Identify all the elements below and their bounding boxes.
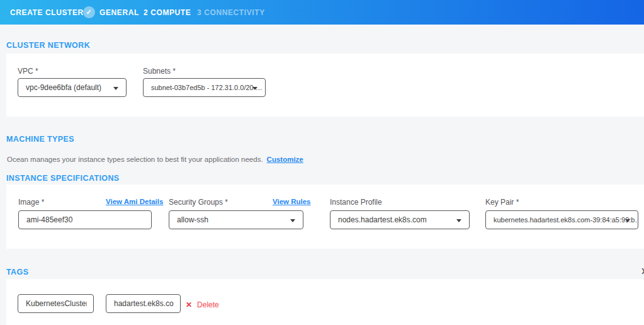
step-completed-check-icon: ✓ <box>83 6 95 18</box>
delete-x-icon: ✕ <box>186 300 192 309</box>
cluster-network-heading: CLUSTER NETWORK <box>6 41 90 50</box>
key-pair-select-value: kubernetes.hadartest.ek8s.com-39:84:a5:9… <box>494 216 638 224</box>
chevron-down-icon <box>252 87 257 90</box>
tag-key-input[interactable] <box>18 294 94 313</box>
instance-profile-select-value: nodes.hadartest.ek8s.com <box>338 215 427 224</box>
machine-types-heading: MACHINE TYPES <box>6 135 74 144</box>
tags-card <box>6 279 644 325</box>
tag-delete-button[interactable]: ✕ Delete <box>186 300 219 309</box>
view-rules-link[interactable]: View Rules <box>273 198 311 205</box>
image-input[interactable] <box>18 210 152 229</box>
view-ami-details-link[interactable]: View Ami Details <box>106 198 163 205</box>
tab-connectivity-label: 3 CONNECTIVITY <box>197 8 265 17</box>
vpc-select[interactable]: vpc-9dee6bfa (default) <box>18 78 127 97</box>
subnets-select-value: subnet-03b7ed5b - 172.31.0.0/20 … <box>151 84 263 91</box>
customize-link[interactable]: Customize <box>267 156 303 163</box>
section-collapse-chevron-icon[interactable]: ❯ <box>641 268 644 274</box>
tags-heading: TAGS <box>6 268 28 277</box>
image-label: Image * <box>18 198 44 207</box>
tag-delete-label: Delete <box>197 300 219 309</box>
key-pair-label: Key Pair * <box>485 198 519 207</box>
tab-compute-label: 2 COMPUTE <box>144 8 191 17</box>
subnets-label: Subnets * <box>143 67 176 76</box>
security-groups-select[interactable]: allow-ssh <box>169 210 303 229</box>
chevron-down-icon <box>113 87 118 90</box>
chevron-down-icon <box>625 219 630 222</box>
chevron-down-icon <box>456 219 461 222</box>
wizard-title: CREATE CLUSTER <box>10 0 84 25</box>
tab-compute[interactable]: 2 COMPUTE <box>144 0 191 25</box>
instance-profile-label: Instance Profile <box>330 198 382 207</box>
chevron-down-icon <box>290 219 295 222</box>
key-pair-select[interactable]: kubernetes.hadartest.ek8s.com-39:84:a5:9… <box>485 210 638 229</box>
security-groups-label: Security Groups * <box>169 198 228 207</box>
subnets-select[interactable]: subnet-03b7ed5b - 172.31.0.0/20 … <box>143 78 266 97</box>
machine-types-description: Ocean manages your instance types select… <box>7 156 303 163</box>
security-groups-select-value: allow-ssh <box>177 215 208 224</box>
wizard-header: CREATE CLUSTER ✓ GENERAL 2 COMPUTE 3 CON… <box>0 0 644 25</box>
tab-connectivity[interactable]: 3 CONNECTIVITY <box>197 0 265 25</box>
instance-profile-select[interactable]: nodes.hadartest.ek8s.com <box>330 210 470 229</box>
vpc-label: VPC * <box>18 67 38 76</box>
instance-specifications-heading: INSTANCE SPECIFICATIONS <box>6 174 120 183</box>
vpc-select-value: vpc-9dee6bfa (default) <box>26 83 101 92</box>
tab-general-label: GENERAL <box>99 8 139 17</box>
tab-general[interactable]: ✓ GENERAL <box>83 0 139 25</box>
machine-types-description-text: Ocean manages your instance types select… <box>7 156 263 163</box>
tag-value-input[interactable] <box>106 294 181 313</box>
